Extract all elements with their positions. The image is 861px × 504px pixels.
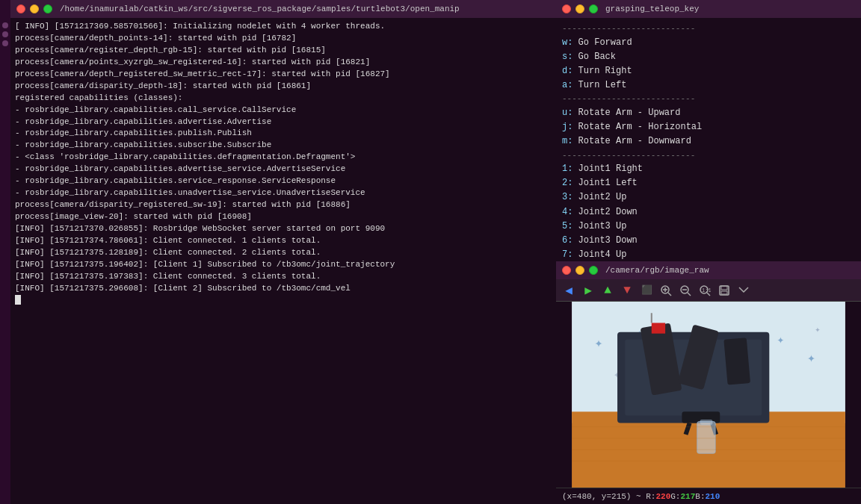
g-value: 217 xyxy=(680,492,695,501)
terminal-line: process[camera/depth_registered_sw_metri… xyxy=(15,69,559,81)
teleop-control-line: 5: Joint3 Up xyxy=(562,220,855,234)
terminal-line: - rosbridge_library.capabilities.publish… xyxy=(15,128,559,140)
image-maximize-button[interactable] xyxy=(589,266,598,275)
image-content: ✦ ✦ ✦ ✦ ✦ ✦ ✦ xyxy=(556,302,861,488)
svg-text:✦: ✦ xyxy=(807,351,815,366)
sidebar-dot xyxy=(2,40,8,46)
terminal-cursor xyxy=(15,295,21,305)
terminal-body[interactable]: [ INFO] [1571217369.585701566]: Initiali… xyxy=(10,18,564,504)
up-button[interactable]: ▲ xyxy=(599,282,616,299)
terminal-line: [ INFO] [1571217369.585701566]: Initiali… xyxy=(15,21,559,33)
terminal-line: [INFO] [1571217375.296608]: [Client 2] S… xyxy=(15,283,559,295)
terminal-line: - rosbridge_library.capabilities.service… xyxy=(15,175,559,187)
teleop-minimize-button[interactable] xyxy=(575,4,584,13)
save-button[interactable] xyxy=(716,282,732,299)
tools-button[interactable] xyxy=(735,282,752,299)
teleop-control-line: 7: Joint4 Up xyxy=(562,248,855,261)
image-minimize-button[interactable] xyxy=(575,266,584,275)
teleop-control-line: m: Rotate Arm - Downward xyxy=(562,134,855,149)
terminal-line: [INFO] [1571217370.026855]: Rosbridge We… xyxy=(15,223,559,235)
svg-rect-32 xyxy=(697,422,715,454)
image-titlebar: /camera/rgb/image_raw xyxy=(556,261,861,279)
image-status-bar: (x=480, y=215) ~ R:220 G:217 B:210 xyxy=(556,488,861,504)
terminal-line: - rosbridge_library.capabilities.call_se… xyxy=(15,105,559,116)
terminal-title: /home/inamuralab/catkin_ws/src/sigverse_… xyxy=(60,4,460,13)
robot-scene-svg: ✦ ✦ ✦ ✦ ✦ ✦ ✦ xyxy=(556,302,861,488)
terminal-line: process[camera/depth_points-14]: started… xyxy=(15,33,559,45)
terminal-line: [INFO] [1571217374.786061]: Client conne… xyxy=(15,235,559,247)
image-toolbar: ◀ ▶ ▲ ▼ ⬛ 1:1 xyxy=(556,279,861,302)
teleop-control-line: a: Turn Left xyxy=(562,78,855,93)
teleop-maximize-button[interactable] xyxy=(589,4,598,13)
comma-y: , y= xyxy=(592,492,611,501)
sidebar-dot xyxy=(2,22,8,28)
terminal-line: [INFO] [1571217375.128189]: Client conne… xyxy=(15,247,559,259)
teleop-control-line: w: Go Forward xyxy=(562,36,855,50)
terminal-titlebar: /home/inamuralab/catkin_ws/src/sigverse_… xyxy=(10,0,564,18)
teleop-window: grasping_teleop_key --------------------… xyxy=(556,0,861,261)
teleop-close-button[interactable] xyxy=(562,4,571,13)
teleop-control-line: 6: Joint3 Down xyxy=(562,234,855,248)
terminal-window: /home/inamuralab/catkin_ws/src/sigverse_… xyxy=(10,0,564,504)
terminal-cursor-line xyxy=(15,295,559,307)
teleop-divider: --------------------------- xyxy=(562,93,855,106)
terminal-line: - rosbridge_library.capabilities.unadver… xyxy=(15,187,559,199)
teleop-control-line: u: Rotate Arm - Upward xyxy=(562,106,855,120)
zoom-in-button[interactable] xyxy=(658,282,674,299)
terminal-line: - <class 'rosbridge_library.capabilities… xyxy=(15,152,559,164)
down-button[interactable]: ▼ xyxy=(619,282,635,299)
terminal-line: process[camera/disparity_registered_sw-1… xyxy=(15,199,559,211)
forward-button[interactable]: ▶ xyxy=(580,282,596,299)
teleop-titlebar: grasping_teleop_key xyxy=(556,0,861,18)
terminal-line: [INFO] [1571217375.197383]: Client conne… xyxy=(15,271,559,283)
terminal-line: process[camera/disparity_depth-18]: star… xyxy=(15,81,559,93)
teleop-control-line: 3: Joint2 Up xyxy=(562,190,855,205)
svg-text:1:1: 1:1 xyxy=(702,287,711,293)
teleop-title: grasping_teleop_key xyxy=(605,4,699,13)
teleop-control-line: s: Go Back xyxy=(562,50,855,64)
coords-prefix: (x= xyxy=(562,492,577,501)
fit-button[interactable]: 1:1 xyxy=(697,282,713,299)
svg-line-1 xyxy=(668,293,671,296)
terminal-line: - rosbridge_library.capabilities.adverti… xyxy=(15,164,559,175)
terminal-line: process[camera/points_xyzrgb_sw_register… xyxy=(15,57,559,69)
terminal-line: - rosbridge_library.capabilities.subscri… xyxy=(15,140,559,152)
teleop-control-line: 2: Joint1 Left xyxy=(562,176,855,190)
ubuntu-sidebar xyxy=(0,0,10,504)
back-button[interactable]: ◀ xyxy=(561,282,577,299)
tilde: ) ~ R: xyxy=(626,492,656,501)
teleop-divider: --------------------------- xyxy=(562,149,855,163)
terminal-line: process[image_view-20]: started with pid… xyxy=(15,211,559,223)
teleop-divider: --------------------------- xyxy=(562,22,855,36)
sidebar-dot xyxy=(2,31,8,37)
teleop-control-line: d: Turn Right xyxy=(562,64,855,78)
r-value: 220 xyxy=(655,492,670,501)
teleop-control-line: j: Rotate Arm - Horizontal xyxy=(562,120,855,134)
x-coord: 480 xyxy=(577,492,592,501)
image-title: /camera/rgb/image_raw xyxy=(605,266,709,275)
minimize-button[interactable] xyxy=(30,4,39,13)
terminal-line: - rosbridge_library.capabilities.adverti… xyxy=(15,116,559,128)
terminal-line: [INFO] [1571217375.196402]: [Client 1] S… xyxy=(15,259,559,271)
svg-text:✦: ✦ xyxy=(815,325,821,335)
svg-text:✦: ✦ xyxy=(777,333,784,347)
svg-rect-12 xyxy=(721,291,727,294)
b-value: 210 xyxy=(705,492,720,501)
teleop-control-line: 4: Joint2 Down xyxy=(562,205,855,220)
svg-rect-27 xyxy=(652,323,665,333)
teleop-body: ---------------------------w: Go Forward… xyxy=(556,18,861,261)
svg-text:✦: ✦ xyxy=(595,336,603,351)
svg-line-5 xyxy=(688,293,691,296)
image-close-button[interactable] xyxy=(562,266,571,275)
stop-button[interactable]: ⬛ xyxy=(638,282,655,299)
close-button[interactable] xyxy=(16,4,25,13)
image-view-window: /camera/rgb/image_raw ◀ ▶ ▲ ▼ ⬛ 1:1 xyxy=(556,261,861,504)
teleop-control-line: 1: Joint1 Right xyxy=(562,162,855,176)
y-coord: 215 xyxy=(611,492,626,501)
zoom-out-button[interactable] xyxy=(677,282,694,299)
svg-rect-26 xyxy=(723,337,750,385)
maximize-button[interactable] xyxy=(43,4,52,13)
terminal-line: process[camera/register_depth_rgb-15]: s… xyxy=(15,45,559,57)
svg-rect-33 xyxy=(700,420,712,425)
terminal-line: registered capabilities (classes): xyxy=(15,93,559,105)
